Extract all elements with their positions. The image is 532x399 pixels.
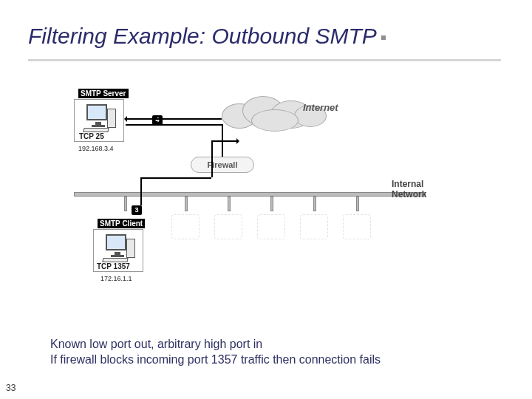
internal-network-label: Internal Network — [392, 179, 458, 200]
network-tap — [228, 197, 231, 211]
connector — [140, 177, 211, 179]
network-tap — [270, 197, 273, 211]
connector — [126, 118, 222, 120]
internet-cloud-icon — [222, 93, 325, 134]
title-accent-dot — [381, 35, 386, 40]
network-tap — [356, 197, 359, 211]
ghost-client-icon — [214, 214, 242, 239]
connector — [211, 140, 213, 177]
ghost-client-icon — [300, 214, 328, 239]
connector — [222, 124, 223, 157]
smtp-client-tag: SMTP Client — [98, 219, 145, 228]
connector — [140, 177, 142, 205]
server-ip: 192.168.3.4 — [78, 145, 114, 152]
network-diagram: SMTP Server TCP 25 192.168.3.4 Internet … — [74, 89, 458, 296]
firewall-label: Firewall — [191, 157, 254, 173]
network-tap — [124, 197, 127, 211]
connector — [126, 124, 222, 126]
server-port: TCP 25 — [79, 132, 104, 140]
client-port: TCP 1357 — [97, 262, 130, 270]
connector — [211, 140, 238, 142]
client-box: TCP 1357 — [93, 229, 143, 272]
slide: Filtering Example: Outbound SMTP SMTP Se… — [0, 0, 532, 399]
ghost-client-icon — [343, 214, 371, 239]
step-3-badge: 3 — [132, 205, 142, 215]
server-computer-icon — [82, 104, 116, 135]
client-computer-icon — [101, 234, 135, 265]
smtp-server-tag: SMTP Server — [78, 89, 129, 98]
title-text: Filtering Example: Outbound SMTP — [28, 24, 377, 48]
network-tap — [313, 197, 316, 211]
caption-line-2: If firewall blocks incoming port 1357 tr… — [50, 352, 494, 368]
caption: Known low port out, arbitrary high port … — [50, 336, 494, 368]
slide-number: 33 — [6, 383, 16, 393]
network-tap — [185, 197, 188, 211]
client-ip: 172.16.1.1 — [100, 275, 132, 282]
internet-label: Internet — [303, 102, 338, 113]
ghost-client-icon — [171, 214, 200, 239]
caption-line-1: Known low port out, arbitrary high port … — [50, 336, 494, 352]
slide-title: Filtering Example: Outbound SMTP — [28, 24, 501, 61]
server-box: TCP 25 — [74, 99, 124, 142]
ghost-client-icon — [257, 214, 285, 239]
